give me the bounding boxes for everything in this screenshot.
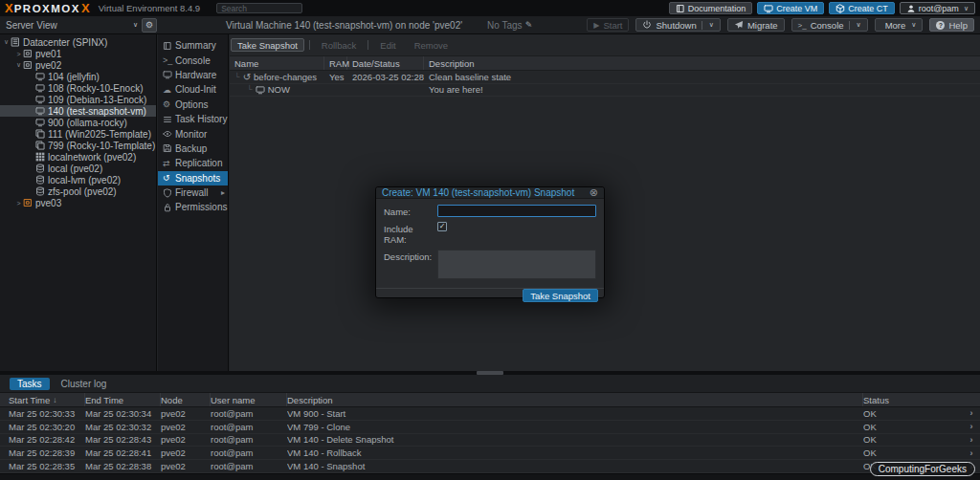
template-icon xyxy=(35,129,48,139)
tree-item[interactable]: 900 (ollama-rocky) xyxy=(0,117,156,128)
tree-item[interactable]: > pve03 xyxy=(0,197,156,208)
tree-item[interactable]: ∨ Datacenter (SPINX) xyxy=(0,36,156,48)
row-expand-icon[interactable]: › xyxy=(963,422,980,431)
tree-item[interactable]: > pve01 xyxy=(0,48,156,59)
header-button[interactable]: Create VM xyxy=(757,2,824,14)
search-input[interactable] xyxy=(216,3,302,13)
dialog-titlebar[interactable]: Create: VM 140 (test-snapshot-vm) Snapsh… xyxy=(376,187,604,199)
bottom-tab[interactable]: Tasks xyxy=(10,378,50,390)
vm-action-button[interactable]: More ∨ xyxy=(875,18,924,32)
task-row[interactable]: Mar 25 02:28:42 Mar 25 02:28:43 pve02 ro… xyxy=(0,434,980,447)
eye-icon xyxy=(163,129,175,139)
column-header-actions xyxy=(963,393,980,406)
vm-action-button[interactable]: ? Help xyxy=(929,18,974,32)
splitter-handle[interactable] xyxy=(477,371,503,375)
menu-item[interactable]: >_ Console xyxy=(158,53,228,67)
snapshot-toolbar-button[interactable]: Rollback xyxy=(315,38,363,52)
tasks-table-header: Start Time ↓ End Time Node User name Des… xyxy=(0,392,980,407)
edit-tags-icon[interactable]: ✎ xyxy=(525,20,533,30)
tree-item[interactable]: 108 (Rocky-10-Enock) xyxy=(0,82,156,94)
column-header-end-time[interactable]: End Time xyxy=(85,393,161,406)
column-header-description[interactable]: Description xyxy=(287,393,863,406)
task-row[interactable]: Mar 25 02:28:35 Mar 25 02:28:38 pve02 ro… xyxy=(0,460,980,473)
book-icon xyxy=(163,41,175,51)
snapshot-toolbar-button[interactable]: Take Snapshot xyxy=(231,38,304,52)
snapshot-toolbar-button[interactable]: Edit xyxy=(373,38,402,52)
column-header-ram[interactable]: RAM xyxy=(324,56,347,70)
tree-item[interactable]: local-lvm (pve02) xyxy=(0,174,156,185)
vm-action-button[interactable]: ▶ Start xyxy=(587,18,629,32)
task-row[interactable]: Mar 25 02:30:33 Mar 25 02:30:34 pve02 ro… xyxy=(0,407,980,421)
column-header-start-time[interactable]: Start Time ↓ xyxy=(9,393,85,406)
tasks-panel: Tasks Cluster log Start Time ↓ End Time … xyxy=(0,375,980,480)
shield-icon xyxy=(163,188,175,198)
chevron-down-icon: ∨ xyxy=(911,21,916,29)
vm-action-button[interactable]: Migrate xyxy=(727,18,785,32)
include-ram-checkbox[interactable]: ✓ xyxy=(437,222,447,231)
snapshot-row[interactable]: └ ↺ before-changes Yes 2026-03-25 02:28:… xyxy=(230,71,980,84)
column-header-node[interactable]: Node xyxy=(161,393,211,406)
datacenter-icon xyxy=(11,37,23,47)
header-button[interactable]: Documentation xyxy=(669,2,753,14)
vm-action-button[interactable]: Shutdown ∨ xyxy=(635,18,720,32)
task-row[interactable]: Mar 25 02:28:39 Mar 25 02:28:41 pve02 ro… xyxy=(0,447,980,460)
vm-action-button[interactable]: >_ Console ∨ xyxy=(791,18,868,32)
tree-settings-button[interactable]: ⚙ xyxy=(142,18,157,33)
tree-item[interactable]: local (pve02) xyxy=(0,163,156,174)
book-icon xyxy=(676,4,685,13)
column-header-description[interactable]: Description xyxy=(424,56,980,70)
menu-item[interactable]: ☁ Cloud-Init xyxy=(158,82,228,97)
header-button[interactable]: Create CT xyxy=(829,2,895,14)
expand-arrow[interactable]: ∨ xyxy=(2,38,11,46)
menu-item[interactable]: ⇄ Replication xyxy=(158,156,228,170)
snapshot-name-input[interactable] xyxy=(437,205,596,217)
snapshot-description-textarea[interactable] xyxy=(437,250,596,279)
column-header-status[interactable]: Status xyxy=(863,393,963,406)
expand-arrow[interactable]: ∨ xyxy=(14,61,23,69)
history-icon: ↺ xyxy=(243,72,251,82)
tree-item[interactable]: 140 (test-snapshot-vm) xyxy=(0,105,156,117)
column-header-name[interactable]: Name xyxy=(230,56,324,70)
tree-item[interactable]: 799 (Rocky-10-Template) xyxy=(0,140,156,151)
snapshots-panel: Take Snapshot Rollback Edit Remove xyxy=(230,34,980,371)
row-expand-icon[interactable]: › xyxy=(963,408,980,418)
server-view-select[interactable]: Server View ∨ xyxy=(2,18,142,33)
close-icon[interactable]: ⊗ xyxy=(590,187,598,198)
row-expand-icon[interactable]: › xyxy=(963,435,980,445)
power-icon xyxy=(642,20,652,30)
snapshot-row[interactable]: └ NOW You are here! xyxy=(230,84,980,98)
header-button[interactable]: root@pam ∨ xyxy=(900,2,975,14)
tree-item[interactable]: zfs-pool (pve02) xyxy=(0,185,156,197)
tree-item[interactable]: 109 (Debian-13-Enock) xyxy=(0,94,156,105)
column-header-user[interactable]: User name xyxy=(211,393,287,406)
menu-item[interactable]: Firewall ▸ xyxy=(158,185,228,200)
history-icon: ↺ xyxy=(163,173,175,183)
menu-item[interactable]: Monitor xyxy=(158,126,228,141)
menu-item[interactable]: Task History xyxy=(158,112,228,126)
logo-x-icon: X xyxy=(81,2,90,14)
terminal-icon: >_ xyxy=(798,21,807,30)
cloud-icon: ☁ xyxy=(163,85,175,95)
take-snapshot-submit-button[interactable]: Take Snapshot xyxy=(523,289,598,302)
tree-item[interactable]: localnetwork (pve02) xyxy=(0,151,156,163)
chevron-right-icon: ▸ xyxy=(221,188,225,197)
logo-x-icon: X xyxy=(5,2,13,14)
menu-item[interactable]: Summary xyxy=(158,38,228,53)
bottom-tab[interactable]: Cluster log xyxy=(54,378,115,390)
tree-item[interactable]: 104 (jellyfin) xyxy=(0,71,156,82)
menu-item[interactable]: ↺ Snapshots xyxy=(158,171,228,185)
tags-area: No Tags ✎ xyxy=(487,20,532,31)
expand-arrow[interactable]: > xyxy=(14,200,23,207)
chevron-down-icon: ∨ xyxy=(857,21,861,29)
row-expand-icon[interactable]: › xyxy=(963,448,980,458)
tree-item[interactable]: 111 (Win2025-Template) xyxy=(0,128,156,140)
menu-item[interactable]: Hardware xyxy=(158,68,228,82)
menu-item[interactable]: Backup xyxy=(158,142,228,156)
menu-item[interactable]: Permissions xyxy=(158,200,228,214)
expand-arrow[interactable]: > xyxy=(14,51,23,57)
task-row[interactable]: Mar 25 02:30:20 Mar 25 02:30:32 pve02 ro… xyxy=(0,421,980,434)
tree-item[interactable]: ∨ pve02 xyxy=(0,59,156,71)
column-header-date[interactable]: Date/Status xyxy=(347,56,424,70)
snapshot-toolbar-button[interactable]: Remove xyxy=(408,38,455,52)
menu-item[interactable]: ⚙ Options xyxy=(158,98,228,112)
